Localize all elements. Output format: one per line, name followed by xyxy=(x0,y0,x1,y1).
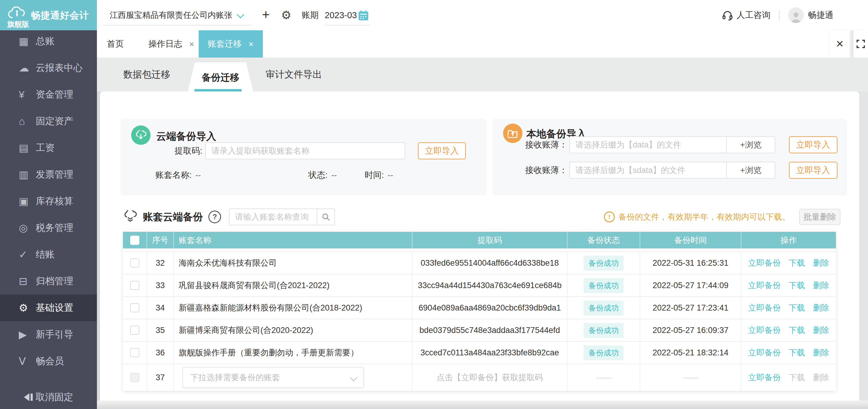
delete-link[interactable]: 删除 xyxy=(813,347,829,358)
calendar-icon[interactable] xyxy=(358,10,369,22)
backup-now-link[interactable]: 立即备份 xyxy=(748,372,781,383)
tab-label: 账套迁移 xyxy=(208,39,242,49)
sdata-file-input-group: +浏览 xyxy=(569,162,775,179)
download-link[interactable]: 下载 xyxy=(789,258,805,268)
delete-link[interactable]: 删除 xyxy=(813,325,829,336)
delete-link[interactable]: 删除 xyxy=(813,258,829,268)
time-value: -- xyxy=(388,170,394,180)
batch-delete-button[interactable]: 批量删除 xyxy=(799,209,840,225)
download-link[interactable]: 下载 xyxy=(789,325,805,336)
receive-book-label: 接收账薄： xyxy=(510,136,567,153)
delete-link[interactable]: 删除 xyxy=(813,280,829,291)
backup-now-link[interactable]: 立即备份 xyxy=(748,280,781,291)
backup-notice: ! 备份的文件，有效期半年，有效期内可以下载。 xyxy=(604,211,790,223)
sidebar-item-archive[interactable]: ⊟归档管理 xyxy=(0,268,97,294)
sidebar-item-settings[interactable]: ⚙基础设置 xyxy=(0,294,97,321)
account-select[interactable]: 下拉选择需要备份的账套 xyxy=(182,367,364,388)
app-logo[interactable]: 畅捷通好会计 旗舰版 xyxy=(0,0,97,30)
empty-time-dash: —— xyxy=(640,364,741,391)
company-selector[interactable]: 江西服宝精品有限责任公司内账张 xyxy=(110,0,243,30)
sidebar-item-label: 归档管理 xyxy=(36,275,73,288)
row-code: bde0379d55c748e3addaa3f177544efd xyxy=(412,319,567,341)
avatar[interactable] xyxy=(788,7,804,23)
delete-link[interactable]: 删除 xyxy=(813,302,829,313)
row-account-name: 海南众禾优海科技有限公司 xyxy=(174,252,412,274)
backup-table: 序号 账套名称 提取码 备份状态 备份时间 操作 32 海南众禾优海科技有限公司… xyxy=(123,232,836,391)
sidebar-item-tax[interactable]: ◎税务管理 xyxy=(0,214,97,241)
download-link[interactable]: 下载 xyxy=(789,302,805,313)
download-link[interactable]: 下载 xyxy=(789,347,805,358)
header-actions: 操作 xyxy=(741,232,836,249)
code-hint: 点击【立即备份】获取提取码 xyxy=(412,364,567,391)
app-root: 畅捷通好会计 旗舰版 ▦总账 ☁云报表中心 ¥资金管理 ⌂固定资产 ▤工资 ▥发… xyxy=(0,0,868,409)
row-code: 033fed6e95514004aff66c4d6338be18 xyxy=(412,252,567,274)
sidebar-item-invoices[interactable]: ▥发票管理 xyxy=(0,161,97,188)
add-account-button[interactable]: + xyxy=(262,0,270,30)
backup-now-link[interactable]: 立即备份 xyxy=(748,258,781,268)
chevron-down-icon xyxy=(350,374,357,381)
row-checkbox[interactable] xyxy=(130,281,139,290)
tab-data-package-migration[interactable]: 数据包迁移 xyxy=(123,58,170,91)
tab-account-migration[interactable]: 账套迁移 ✕ xyxy=(199,30,263,58)
sidebar-item-payroll[interactable]: ▤工资 xyxy=(0,135,97,161)
time-readout: 时间:-- xyxy=(365,167,393,184)
row-checkbox[interactable] xyxy=(130,348,139,357)
sidebar-item-guide[interactable]: ▶新手引导 xyxy=(0,321,97,348)
headset-icon xyxy=(722,10,733,21)
row-seq: 33 xyxy=(147,274,174,296)
sidebar-item-fixed-assets[interactable]: ⌂固定资产 xyxy=(0,108,97,135)
period-value[interactable]: 2023-03 xyxy=(325,0,357,30)
code-input[interactable] xyxy=(205,142,405,159)
backup-now-link[interactable]: 立即备份 xyxy=(748,325,781,336)
local-import-button-1[interactable]: 立即导入 xyxy=(789,136,837,153)
status-badge: 备份成功 xyxy=(584,300,624,315)
sdata-file-input[interactable] xyxy=(570,163,726,178)
sidebar-item-closing[interactable]: ✓结账 xyxy=(0,241,97,268)
time-label: 时间: xyxy=(365,170,384,180)
status-label: 状态: xyxy=(308,170,328,180)
status-badge: 备份成功 xyxy=(584,278,624,293)
company-underline xyxy=(103,25,251,25)
backup-now-link[interactable]: 立即备份 xyxy=(748,302,781,313)
sidebar-item-label: 畅会员 xyxy=(36,355,64,368)
backup-now-link[interactable]: 立即备份 xyxy=(748,347,781,358)
data-file-input-group: +浏览 xyxy=(569,136,775,153)
tab-home[interactable]: 首页 xyxy=(107,30,124,58)
account-name-readout: 账套名称:-- xyxy=(155,167,201,184)
sidebar-item-member[interactable]: Ⅴ畅会员 xyxy=(0,348,97,375)
browse-data-button[interactable]: +浏览 xyxy=(726,137,775,153)
close-all-tabs-button[interactable]: ✕ xyxy=(830,30,850,58)
close-tab-icon[interactable]: ✕ xyxy=(248,40,254,48)
sidebar-item-cloud-reports[interactable]: ☁云报表中心 xyxy=(0,55,97,81)
header-time: 备份时间 xyxy=(640,232,741,249)
local-import-button-2[interactable]: 立即导入 xyxy=(789,162,837,179)
sidebar-item-general-ledger[interactable]: ▦总账 xyxy=(0,28,97,55)
sidebar-item-label: 结账 xyxy=(36,248,55,261)
close-tab-icon[interactable]: ✕ xyxy=(189,40,194,48)
row-checkbox[interactable] xyxy=(130,258,139,267)
help-icon[interactable]: ? xyxy=(208,210,221,223)
search-input[interactable] xyxy=(229,209,317,225)
select-all-checkbox[interactable] xyxy=(130,236,139,245)
tab-operation-log[interactable]: 操作日志 ✕ xyxy=(148,30,194,58)
bottom-gutter xyxy=(97,401,868,409)
sidebar-item-funds[interactable]: ¥资金管理 xyxy=(0,81,97,108)
unpin-icon xyxy=(24,393,29,401)
tab-audit-file-export[interactable]: 审计文件导出 xyxy=(266,58,322,91)
sidebar-item-inventory[interactable]: ▣库存核算 xyxy=(0,188,97,214)
download-link[interactable]: 下载 xyxy=(789,280,805,291)
data-file-input[interactable] xyxy=(570,137,726,153)
window-buttons: ✕ xyxy=(830,30,868,58)
row-checkbox[interactable] xyxy=(130,303,139,312)
sidebar: 畅捷通好会计 旗舰版 ▦总账 ☁云报表中心 ¥资金管理 ⌂固定资产 ▤工资 ▥发… xyxy=(0,0,97,409)
row-checkbox[interactable] xyxy=(130,326,139,335)
search-button[interactable] xyxy=(317,209,334,225)
support-button[interactable]: 人工咨询 xyxy=(722,9,771,21)
unpin-sidebar-button[interactable]: 取消固定 xyxy=(0,391,97,404)
row-seq: 32 xyxy=(147,252,174,274)
cloud-import-button[interactable]: 立即导入 xyxy=(418,142,466,159)
fullscreen-button[interactable] xyxy=(854,30,868,58)
tab-backup-migration[interactable]: 备份迁移 xyxy=(188,62,253,91)
browse-sdata-button[interactable]: +浏览 xyxy=(726,163,775,178)
settings-gear-icon[interactable]: ⚙ xyxy=(281,0,291,30)
